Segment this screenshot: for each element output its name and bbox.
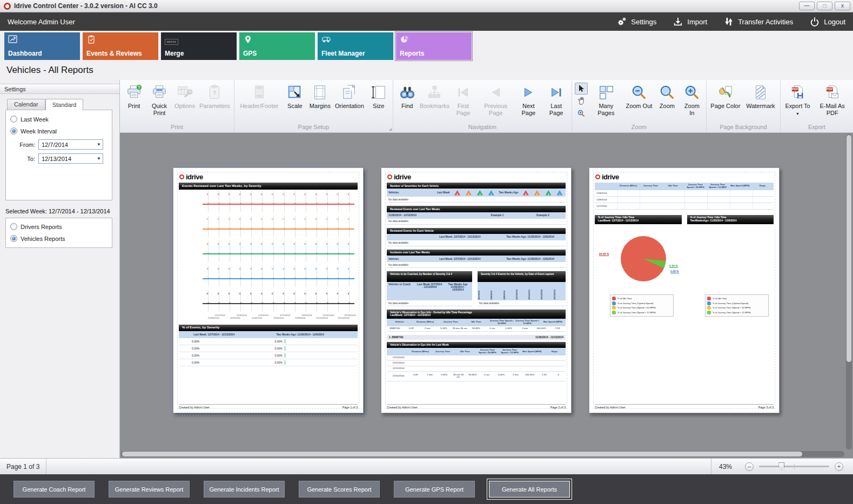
last-week-radio[interactable] xyxy=(10,116,17,123)
transfer-activities-action[interactable]: Transfer Activities xyxy=(723,16,793,27)
report-page-1[interactable]: idrive Events Reviewed over Last Two Wee… xyxy=(173,167,364,413)
gps-cell xyxy=(494,357,508,359)
severity-triangle xyxy=(183,339,188,344)
generate-report-button[interactable]: Generate Coach Report xyxy=(14,481,95,498)
idrive-logo: idrive xyxy=(173,168,363,183)
timeline-row: 2 0 xyxy=(179,239,358,264)
next-page-button[interactable]: Next Page xyxy=(514,82,542,117)
zoom-out-button[interactable]: Zoom Out xyxy=(623,82,655,111)
tab-standard[interactable]: Standard xyxy=(45,99,84,110)
print-button[interactable]: ? Print xyxy=(122,82,146,111)
gps-header-cell: Journey Time xyxy=(432,350,454,354)
import-action[interactable]: Import xyxy=(673,16,707,27)
generate-report-button[interactable]: Generate Incidents Report xyxy=(204,481,285,498)
svg-text:PDF: PDF xyxy=(826,87,832,91)
orientation-button[interactable]: Orientation xyxy=(333,82,366,111)
generate-report-button[interactable]: Generate GPS Report xyxy=(394,481,475,498)
report-page-3[interactable]: idrive Distance (Miles)Journey TimeIdle … xyxy=(589,167,780,413)
tab-merge[interactable]: MERGE Merge xyxy=(161,32,237,60)
gps-header-cell: Journey Time Speed > 50 MPH xyxy=(684,183,707,190)
gps-header-cell: Idle Time xyxy=(454,350,476,354)
severity-triangle xyxy=(183,346,188,351)
timeline-tick: 0 xyxy=(290,190,300,214)
binoculars-icon xyxy=(399,84,416,101)
export-to-button[interactable]: PDF Export To ▼ xyxy=(782,82,813,117)
gps-cell xyxy=(537,367,551,369)
gps-header-cell: Max Speed (MPH) xyxy=(729,184,751,189)
gps-header-cell: Journey Time xyxy=(438,320,464,325)
zoom-in-button[interactable]: Zoom In xyxy=(680,82,704,117)
from-date-picker[interactable]: 12/7/2014 ▼ xyxy=(38,139,103,150)
find-button[interactable]: Find xyxy=(395,82,420,111)
horizontal-scrollbar[interactable] xyxy=(121,451,844,457)
power-icon xyxy=(809,16,820,27)
size-button[interactable]: Size xyxy=(366,82,391,111)
email-as-pdf-button[interactable]: PDF E-Mail As PDF xyxy=(813,82,851,117)
severity-triangle: Total xyxy=(184,295,198,307)
timeline-tick: 0 xyxy=(224,190,235,214)
close-button[interactable]: x xyxy=(835,2,850,10)
drivers-reports-radio[interactable] xyxy=(10,223,17,230)
zoom-in-button[interactable]: + xyxy=(835,462,843,471)
to-date-picker[interactable]: 12/13/2014 ▼ xyxy=(38,153,103,164)
zoom-slider[interactable] xyxy=(759,466,829,467)
tab-reports[interactable]: Reports xyxy=(396,32,472,60)
scale-button[interactable]: Scale xyxy=(283,82,307,111)
tab-dashboard[interactable]: Dashboard xyxy=(4,32,80,60)
gps-cell xyxy=(523,362,537,364)
logout-action[interactable]: Logout xyxy=(809,16,845,27)
hand-tool-button[interactable] xyxy=(575,95,588,107)
zoom-slider-thumb[interactable] xyxy=(778,462,784,471)
tab-fleet-manager[interactable]: Fleet Manager xyxy=(318,32,393,60)
severity-table-row: 0.00% 0.00% xyxy=(179,352,358,359)
watermark-button[interactable]: Watermark xyxy=(743,82,778,111)
timeline-tick: 0 xyxy=(257,289,267,314)
scrollbar-thumb[interactable] xyxy=(122,452,802,456)
gps-cell xyxy=(451,357,465,359)
minimize-button[interactable]: — xyxy=(799,2,815,10)
zoom-button[interactable]: Zoom xyxy=(655,82,680,111)
gps-cell: 0.09 xyxy=(403,326,419,332)
magnifier-tool-button[interactable] xyxy=(575,107,588,119)
gps-cell xyxy=(408,357,422,359)
generate-report-button[interactable]: Generate Reviews Report xyxy=(109,481,190,498)
generate-report-button[interactable]: Generate Scores Report xyxy=(299,481,380,498)
timeline-banner: Events Reviewed over Last Two Weeks, by … xyxy=(179,183,358,190)
legend-item: % of Journey Time (Optimal Speed) xyxy=(612,301,671,305)
vehicles-reports-radio[interactable] xyxy=(10,235,17,242)
tab-calendar[interactable]: Calendar xyxy=(7,99,45,110)
zoom-out-button[interactable]: – xyxy=(745,462,754,471)
settings-label: Settings xyxy=(631,18,656,26)
quick-print-button[interactable]: Quick Print xyxy=(146,82,172,117)
gps-cell: 2.33 xyxy=(537,373,551,380)
page-color-button[interactable]: Page Color xyxy=(708,82,743,111)
group-dialog-launcher[interactable] xyxy=(389,128,392,131)
axis-date: 12/2/2014 xyxy=(224,317,246,319)
maximize-button[interactable]: □ xyxy=(817,2,832,10)
timeline-tick: 0 xyxy=(235,264,246,289)
ribbon-group-navigation: Find Bookmarks First Page Previous Page … xyxy=(393,80,572,132)
margins-button[interactable]: Margins xyxy=(307,82,333,111)
coach-header: Vehicles to Coach Last Week 12/7/2014 - … xyxy=(387,282,472,300)
timeline-tick: 0 xyxy=(344,239,354,264)
gps-header-cell xyxy=(595,185,617,187)
report-page-2[interactable]: idrive Number of Severities for Each Veh… xyxy=(381,167,572,413)
week-interval-radio[interactable] xyxy=(10,127,17,135)
vertical-scrollbar[interactable] xyxy=(846,134,852,449)
pointer-tool-button[interactable] xyxy=(575,83,588,95)
legend-item: % of Journey Time (Speed > 50 MPH) xyxy=(612,306,671,310)
merge-icon: MERGE xyxy=(165,39,178,45)
tab-gps[interactable]: GPS xyxy=(239,32,315,60)
gps-cell: 2 min xyxy=(419,326,435,332)
scale-icon xyxy=(286,84,304,101)
svg-text:?: ? xyxy=(213,90,217,96)
generate-report-button[interactable]: Generate All Reports xyxy=(489,481,570,498)
many-pages-button[interactable]: Many Pages xyxy=(589,82,623,117)
tab-events-reviews[interactable]: Events & Reviews xyxy=(83,32,158,60)
settings-action[interactable]: Settings xyxy=(616,16,656,27)
gps-table-header: VehiclesDistance (Miles)Journey TimeIdle… xyxy=(387,319,566,326)
scrollbar-thumb[interactable] xyxy=(847,135,851,362)
last-page-button[interactable]: Last Page xyxy=(542,82,569,117)
timeline-tick: 0 xyxy=(311,264,322,289)
gps-cell: 0.00% xyxy=(494,373,508,380)
